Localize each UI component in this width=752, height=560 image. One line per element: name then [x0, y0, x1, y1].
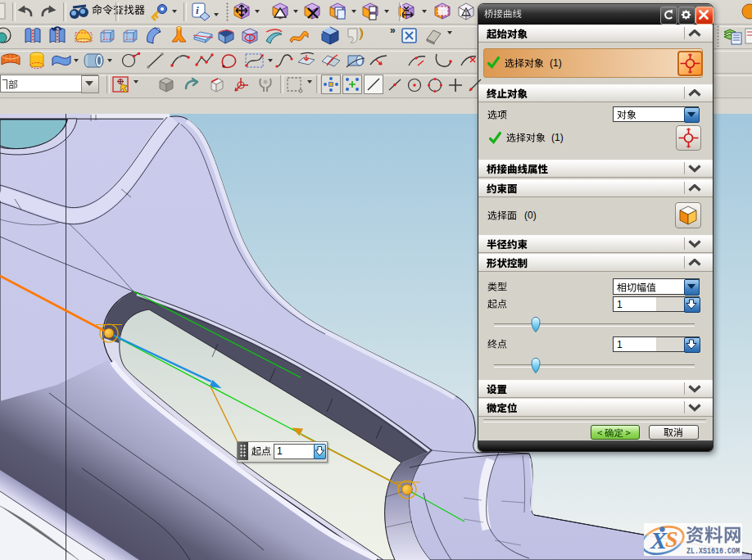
svg-text:i: i	[196, 4, 199, 16]
svg-text:ZL.XS1616.COM: ZL.XS1616.COM	[686, 546, 740, 556]
svg-text:S: S	[665, 526, 678, 552]
